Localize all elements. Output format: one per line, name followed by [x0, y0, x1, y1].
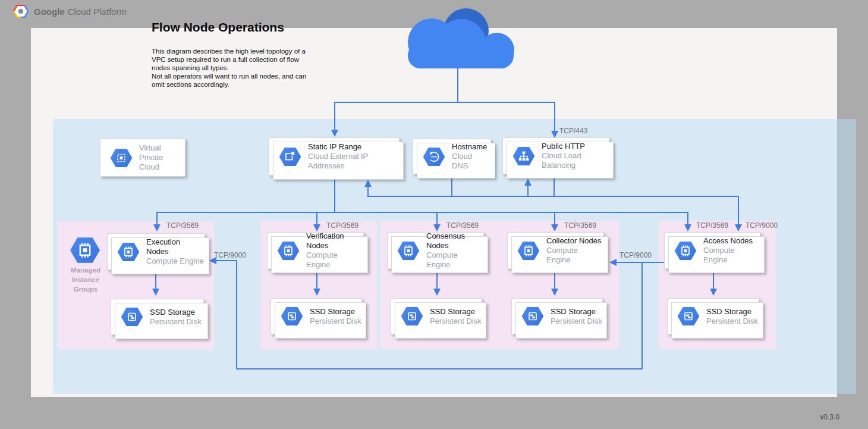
- hostname-card: Hostname Cloud DNS: [413, 139, 491, 174]
- load-balancing-icon: [512, 146, 535, 166]
- node-title: Verification Nodes: [306, 231, 363, 250]
- page-description: This diagram describes the high level to…: [152, 47, 321, 89]
- persistent-disk-icon: [677, 306, 700, 326]
- node-subtitle: Compute Engine: [546, 246, 603, 265]
- brand-rest: Cloud Platform: [68, 7, 127, 17]
- node-title: Collector Nodes: [546, 236, 603, 246]
- vpc-card-line2: Private Cloud: [139, 153, 185, 172]
- external-ip-icon: [279, 147, 301, 167]
- vpc-card-line1: Virtual: [139, 143, 185, 153]
- port-label-tcp9000-collector: TCP/9000: [619, 251, 652, 259]
- vpc-card: Virtual Private Cloud: [100, 139, 185, 177]
- port-label-tcp3569-access: TCP/3569: [696, 221, 728, 230]
- ssd-subtitle: Persistent Disk: [150, 317, 202, 327]
- port-label-tcp3569-verification: TCP/3569: [326, 221, 358, 230]
- execution-nodes-card: Execution Nodes Compute Engine: [107, 233, 205, 270]
- compute-engine-icon: [117, 242, 140, 262]
- public-http-title: Public HTTP: [542, 142, 609, 151]
- static-ip-card: Static IP Range Cloud External IP Addres…: [269, 137, 400, 176]
- gcp-brand: GoogleCloud Platform: [13, 5, 127, 18]
- ssd-subtitle: Persistent Disk: [430, 317, 482, 326]
- ssd-title: SSD Storage: [310, 307, 361, 317]
- ssd-title: SSD Storage: [430, 307, 482, 317]
- port-label-tcp3569-consensus: TCP/3569: [446, 221, 479, 230]
- hostname-title: Hostname: [452, 142, 490, 152]
- gcp-logo-icon: [13, 5, 29, 18]
- port-label-tcp443: TCP/443: [559, 127, 587, 135]
- node-title: Access Nodes: [703, 236, 760, 246]
- persistent-disk-icon: [401, 306, 423, 326]
- verification-ssd-card: SSD Storage Persistent Disk: [271, 298, 362, 334]
- managed-instance-groups-label: Managed Instance Groups: [63, 265, 108, 294]
- compute-engine-icon: [277, 241, 300, 261]
- version-label: v0.3.0: [820, 413, 839, 421]
- consensus-ssd-card: SSD Storage Persistent Disk: [391, 298, 482, 334]
- node-subtitle: Compute Engine: [146, 256, 205, 266]
- port-label-tcp9000-execution: TCP/9000: [214, 251, 246, 259]
- access-nodes-card: Access Nodes Compute Engine: [664, 232, 760, 269]
- node-subtitle: Compute Engine: [426, 250, 483, 270]
- collector-nodes-card: Collector Nodes Compute Engine: [507, 232, 604, 269]
- ssd-subtitle: Persistent Disk: [706, 317, 758, 326]
- managed-instance-groups-icon: [70, 237, 100, 264]
- vpc-icon: [110, 148, 133, 168]
- static-ip-subtitle: Cloud External IP Addresses: [308, 152, 399, 171]
- ssd-title: SSD Storage: [150, 308, 202, 317]
- diagram-stage: GoogleCloud Platform Flow Node Operation…: [0, 0, 868, 429]
- node-title: Execution Nodes: [146, 237, 205, 256]
- compute-engine-icon: [674, 241, 697, 261]
- persistent-disk-icon: [121, 307, 143, 327]
- cloud-dns-icon: [423, 147, 445, 167]
- collector-ssd-card: SSD Storage Persistent Disk: [511, 298, 603, 334]
- node-title: Consensus Nodes: [426, 231, 483, 250]
- hostname-subtitle: Cloud DNS: [452, 152, 490, 171]
- ssd-title: SSD Storage: [551, 307, 602, 317]
- public-http-subtitle: Cloud Load Balancing: [542, 151, 609, 170]
- brand-bold: Google: [34, 7, 65, 17]
- compute-engine-icon: [397, 241, 420, 261]
- cloud-icon: [404, 6, 517, 68]
- execution-ssd-card: SSD Storage Persistent Disk: [111, 299, 204, 335]
- ssd-subtitle: Persistent Disk: [551, 317, 602, 326]
- persistent-disk-icon: [281, 306, 303, 326]
- port-label-tcp3569-execution: TCP/3569: [166, 221, 199, 230]
- port-label-tcp3569-collector: TCP/3569: [564, 221, 596, 230]
- public-http-card: Public HTTP Cloud Load Balancing: [502, 137, 609, 174]
- consensus-nodes-card: Consensus Nodes Compute Engine: [387, 232, 484, 269]
- static-ip-title: Static IP Range: [308, 142, 399, 152]
- compute-engine-icon: [517, 241, 540, 261]
- ssd-subtitle: Persistent Disk: [310, 317, 361, 326]
- ssd-title: SSD Storage: [706, 307, 758, 317]
- port-label-tcp9000-access: TCP/9000: [746, 221, 778, 230]
- persistent-disk-icon: [521, 306, 544, 326]
- access-ssd-card: SSD Storage Persistent Disk: [667, 298, 759, 334]
- brand-text: GoogleCloud Platform: [34, 7, 127, 17]
- page-title: Flow Node Operations: [152, 20, 284, 35]
- node-subtitle: Compute Engine: [306, 250, 363, 270]
- node-subtitle: Compute Engine: [703, 246, 760, 265]
- verification-nodes-card: Verification Nodes Compute Engine: [267, 232, 364, 269]
